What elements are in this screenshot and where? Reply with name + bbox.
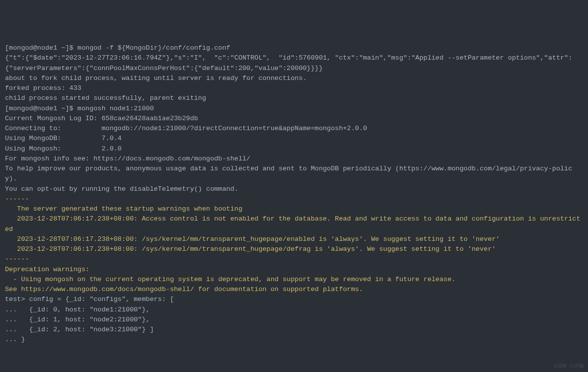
terminal-line: [mongod@node1 ~]$ mongod -f ${MongoDir}/… [5, 43, 583, 53]
warning-line: 2023-12-28T07:06:17.238+08:00: Access co… [5, 214, 583, 234]
mongosh-line: test> config = {_id: "configs", members:… [5, 295, 583, 304]
terminal-output: Using Mongosh: 2.0.0 [5, 144, 583, 154]
command-text[interactable]: } [21, 336, 25, 343]
mongosh-prompt: test> [5, 296, 29, 303]
mongosh-line: ... {_id: 2, host: "node3:21000"} ] [5, 325, 583, 335]
warning-line: 2023-12-28T07:06:17.238+08:00: /sys/kern… [5, 244, 583, 254]
mongosh-line: ... } [5, 335, 583, 345]
deprecation-line: See https://www.mongodb.com/docs/mongodb… [5, 285, 583, 295]
command-text[interactable]: config = {_id: "configs", members: [ [29, 296, 174, 303]
deprecation-line: - Using mongosh on the current operating… [5, 275, 583, 285]
terminal-output: {"t":{"$date":"2023-12-27T23:06:16.794Z"… [5, 53, 583, 74]
shell-prompt: [mongod@node1 ~]$ [5, 105, 77, 112]
terminal-output: Using MongoDB: 7.0.4 [5, 134, 583, 144]
command-text[interactable]: {_id: 1, host: "node2:21000"}, [21, 316, 149, 323]
continuation-prompt: ... [5, 316, 21, 323]
terminal-line: [mongod@node1 ~]$ mongosh node1:21000 [5, 104, 583, 114]
watermark-text: CSDN 小仔殇 [554, 363, 584, 370]
terminal-output: For mongosh info see: https://docs.mongo… [5, 154, 583, 164]
command-text[interactable]: mongosh node1:21000 [77, 105, 154, 112]
warning-header: The server generated these startup warni… [5, 204, 583, 214]
terminal-output: forked process: 433 [5, 83, 583, 93]
shell-prompt: [mongod@node1 ~]$ [5, 44, 77, 52]
terminal-output: Current Mongosh Log ID: 658cae26428aab1a… [5, 114, 583, 124]
terminal-output: child process started successfully, pare… [5, 93, 583, 103]
command-text[interactable]: {_id: 2, host: "node3:21000"} ] [21, 326, 153, 333]
deprecation-header: Deprecation warnings: [5, 265, 583, 275]
terminal-output: about to fork child process, waiting unt… [5, 74, 583, 83]
continuation-prompt: ... [5, 336, 21, 343]
warning-separator: ------ [5, 254, 583, 264]
warning-line: 2023-12-28T07:06:17.238+08:00: /sys/kern… [5, 234, 583, 244]
command-text[interactable]: {_id: 0, host: "node1:21000"}, [21, 306, 149, 313]
mongosh-line: ... {_id: 1, host: "node2:21000"}, [5, 315, 583, 325]
terminal-output: To help improve our products, anonymous … [5, 164, 583, 184]
continuation-prompt: ... [5, 326, 21, 333]
warning-separator: ------ [5, 194, 583, 204]
terminal-output: Connecting to: mongodb://node1:21000/?di… [5, 124, 583, 134]
command-text[interactable]: mongod -f ${MongoDir}/conf/config.conf [77, 44, 230, 52]
continuation-prompt: ... [5, 306, 21, 313]
mongosh-line: ... {_id: 0, host: "node1:21000"}, [5, 305, 583, 315]
terminal-output: You can opt-out by running the disableTe… [5, 184, 583, 194]
